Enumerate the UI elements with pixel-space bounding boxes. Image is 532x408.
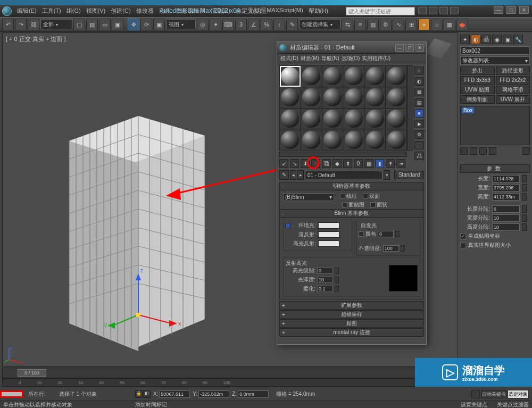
auto-key-button[interactable]: 自动关键点 [481,390,506,398]
stack-item-box[interactable]: Box [462,107,474,113]
specular-swatch[interactable] [318,240,339,247]
mod-extrude-button[interactable]: 挤出 [460,66,495,75]
self-illum-spinner[interactable] [395,231,400,237]
spinner-snap-icon[interactable]: ↕ [273,19,285,30]
hseg-spinner[interactable] [522,223,527,231]
wseg-input[interactable] [492,214,520,222]
opacity-input[interactable] [383,245,399,252]
show-map-icon[interactable]: ▦ [364,159,373,168]
realworld-checkbox[interactable] [460,243,466,248]
rendered-frame-icon[interactable]: ▦ [444,19,455,30]
align-icon[interactable]: ≡ [354,19,366,30]
modifier-stack[interactable]: Box [460,106,530,145]
search-button-icon[interactable] [418,7,427,14]
set-key-button[interactable]: 设置关键点 [461,401,487,409]
sample-slot[interactable] [301,109,322,129]
select-manipulate-icon[interactable]: ✦ [210,19,221,30]
material-name-input[interactable] [305,171,383,179]
sample-slot[interactable] [322,109,343,129]
keyboard-shortcut-icon[interactable]: ⌨ [222,19,234,30]
key-filters-button[interactable]: 关键点过滤器 [497,401,529,409]
length-input[interactable] [492,175,520,182]
z-input[interactable] [238,390,269,398]
show-end-result-icon[interactable]: ▮ [375,159,384,168]
prev-sibling-icon[interactable]: ◂ [290,170,296,180]
put-to-scene-icon[interactable]: ↘ [290,159,299,168]
menu-help[interactable]: 帮助(H) [306,7,330,15]
undo-button-icon[interactable]: ↶ [2,19,14,30]
video-check-icon[interactable]: ■ [414,109,424,118]
opacity-spinner[interactable] [401,245,405,252]
supersampling-rollout[interactable]: +超级采样 [279,310,424,318]
maximize-button[interactable]: □ [506,6,516,14]
mod-meshsmooth-button[interactable]: 网格平滑 [496,86,530,94]
menu-edit[interactable]: 编辑(E) [15,7,39,15]
lseg-spinner[interactable] [522,205,527,213]
sample-slot[interactable] [343,66,364,87]
link-button-icon[interactable]: ⛓ [28,19,39,30]
remove-modifier-icon[interactable] [489,147,496,155]
make-preview-icon[interactable]: ▶ [414,120,424,128]
mat-titlebar[interactable]: 材质编辑器 - 01 - Default — □ ✕ [277,42,426,54]
material-editor-icon[interactable]: ● [418,19,430,30]
named-selection-combo[interactable]: 创建选择集▾ [299,20,340,29]
maps-rollout[interactable]: +贴图 [279,319,424,327]
sample-slot[interactable] [343,109,364,129]
height-input[interactable] [492,193,520,201]
create-tab-icon[interactable]: ✦ [460,35,470,44]
make-unique-icon[interactable] [479,147,487,155]
window-crossing-icon[interactable]: ▣ [112,19,123,30]
object-name-input[interactable] [460,46,530,55]
go-parent-icon[interactable]: ↟ [386,159,395,168]
close-button[interactable]: ✕ [519,6,529,14]
script-listener-icon[interactable] [0,390,23,398]
length-spinner[interactable] [522,175,527,182]
mat-menu-utilities[interactable]: 实用程序(U) [362,55,390,62]
select-scale-icon[interactable]: ▣ [153,19,165,30]
selected-button[interactable]: 选定对象 [508,390,529,398]
use-center-icon[interactable]: ◎ [197,19,209,30]
assign-to-selection-icon[interactable]: ⬇ [301,159,310,168]
params-rollout-header[interactable]: 参数 [460,164,530,173]
mat-menu-modes[interactable]: 模式(D) [280,55,298,62]
diffuse-swatch[interactable] [318,231,339,238]
extended-params-rollout[interactable]: +扩展参数 [279,301,424,309]
favorites-button-icon[interactable] [439,7,448,14]
mod-pathdeform-button[interactable]: 路径变形 [496,66,530,75]
set-key-icon[interactable] [471,390,480,398]
sample-slot[interactable] [364,109,385,129]
mod-uvwmap-button[interactable]: UVW 贴图 [460,86,495,94]
mod-uvwunwrap-button[interactable]: UVW 展开 [496,95,530,104]
pick-material-icon[interactable]: ✎ [279,170,289,180]
background-icon[interactable]: ▦ [414,88,424,96]
ambient-swatch[interactable] [318,222,339,229]
time-tag[interactable]: 添加时间标记 [135,401,167,409]
render-setup-icon[interactable]: ☼ [431,19,443,30]
sample-slot[interactable] [280,87,301,108]
sample-slot[interactable] [322,66,343,87]
modify-tab-icon[interactable]: ◐ [471,35,480,44]
redo-button-icon[interactable]: ↷ [15,19,27,30]
sample-slot[interactable] [343,129,364,150]
sample-hscroll[interactable] [279,152,407,157]
mentalray-rollout[interactable]: +mental ray 连接 [279,328,424,336]
infocenter-button-icon[interactable] [429,7,437,14]
blinn-basic-header[interactable]: -Blinn 基本参数 [280,210,423,218]
mat-close-button[interactable]: ✕ [415,44,424,52]
time-slider-handle[interactable]: 0 / 100 [18,369,46,377]
put-to-library-icon[interactable]: ⬆ [343,159,352,168]
render-production-icon[interactable]: 🫖 [456,19,468,30]
selection-filter-combo[interactable]: 全部▾ [40,20,72,29]
sample-slot[interactable] [386,87,406,108]
curve-editor-icon[interactable]: ∿ [393,19,404,30]
spec-level-input[interactable] [317,268,333,274]
mod-bevelprofile-button[interactable]: 倒角剖面 [460,95,495,104]
sample-slot[interactable] [301,87,322,108]
options-icon[interactable]: ⚙ [414,130,424,139]
help-dropdown-icon[interactable] [450,7,459,14]
height-spinner[interactable] [522,193,527,201]
soften-spinner[interactable] [335,286,339,292]
snaps-toggle-icon[interactable]: 3 [235,19,247,30]
minimize-button[interactable]: — [494,6,503,14]
x-input[interactable] [159,390,190,398]
